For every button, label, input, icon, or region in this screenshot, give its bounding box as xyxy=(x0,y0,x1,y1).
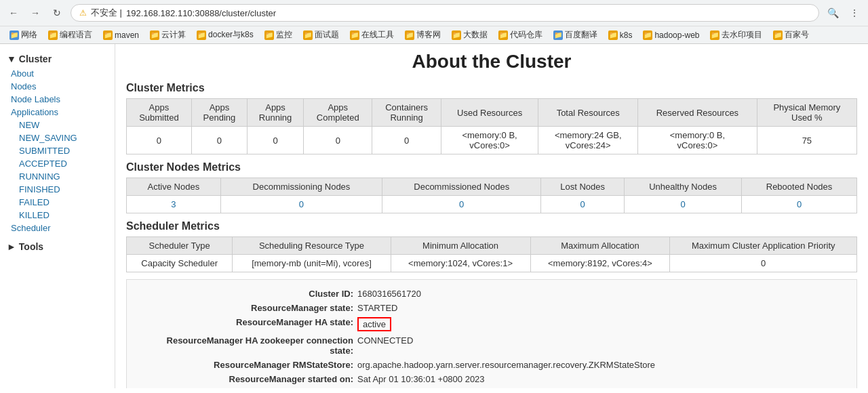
sidebar-app-submitted[interactable]: SUBMITTED xyxy=(0,144,115,157)
col-rebooted-nodes: Rebooted Nodes xyxy=(742,178,857,196)
tools-section-header[interactable]: ► Tools xyxy=(0,239,115,255)
apps-completed-value: 0 xyxy=(304,127,372,154)
bookmark-icon: 📁 xyxy=(608,30,618,40)
bookmark-icon: 📁 xyxy=(264,30,274,40)
rm-rmstate-row: ResourceManager RMStateStore: org.apache… xyxy=(140,358,843,372)
bookmark-item[interactable]: 📁编程语言 xyxy=(44,28,96,42)
sidebar-app-failed[interactable]: FAILED xyxy=(0,196,115,209)
total-resources-value: <memory:24 GB,vCores:24> xyxy=(538,127,638,154)
bookmark-item[interactable]: 📁大数据 xyxy=(448,28,492,42)
app-links-container: NEWNEW_SAVINGSUBMITTEDACCEPTEDRUNNINGFIN… xyxy=(0,119,115,222)
max-allocation-value: <memory:8192, vCores:4> xyxy=(530,255,670,272)
cluster-metrics-row: 0 0 0 0 0 <memory:0 B,vCores:0> <memory:… xyxy=(127,127,857,154)
page-title: About the Cluster xyxy=(126,51,857,73)
col-min-allocation: Minimum Allocation xyxy=(391,237,530,255)
rm-started-row: ResourceManager started on: Sat Apr 01 1… xyxy=(140,372,843,386)
col-active-nodes: Active Nodes xyxy=(127,178,221,196)
browser-toolbar: ← → ↻ ⚠ 不安全 | 192.168.182.110:30888/clus… xyxy=(0,0,868,26)
bookmark-item[interactable]: 📁网络 xyxy=(5,28,41,42)
cluster-id-row: Cluster ID: 1680316561720 xyxy=(140,287,843,301)
scheduler-metrics-table: Scheduler Type Scheduling Resource Type … xyxy=(126,236,857,272)
forward-button[interactable]: → xyxy=(27,5,43,21)
refresh-button[interactable]: ↻ xyxy=(49,5,65,21)
active-nodes-value[interactable]: 3 xyxy=(127,196,221,213)
sidebar: ▼ Cluster About Nodes Node Labels Applic… xyxy=(0,44,115,388)
bookmark-icon: 📁 xyxy=(405,30,414,40)
apps-submitted-value: 0 xyxy=(127,127,192,154)
sidebar-app-running[interactable]: RUNNING xyxy=(0,170,115,183)
url-prefix: 不安全 | xyxy=(91,7,122,19)
lost-nodes-value[interactable]: 0 xyxy=(541,196,625,213)
col-lost-nodes: Lost Nodes xyxy=(541,178,625,196)
bookmark-item[interactable]: 📁maven xyxy=(99,29,143,41)
col-physical-mem: Physical MemoryUsed % xyxy=(757,99,856,127)
col-used-resources: Used Resources xyxy=(441,99,538,127)
search-button[interactable]: 🔍 xyxy=(825,5,841,21)
col-apps-completed: AppsCompleted xyxy=(304,99,372,127)
rm-ha-state-label: ResourceManager HA state: xyxy=(140,317,357,327)
cluster-metrics-table: AppsSubmitted AppsPending AppsRunning Ap… xyxy=(126,98,857,154)
sidebar-app-accepted[interactable]: ACCEPTED xyxy=(0,157,115,170)
decommissioned-value[interactable]: 0 xyxy=(382,196,541,213)
sidebar-nodes[interactable]: Nodes xyxy=(0,80,115,93)
menu-button[interactable]: ⋮ xyxy=(846,5,863,21)
sidebar-app-new_saving[interactable]: NEW_SAVING xyxy=(0,131,115,144)
bookmark-label: hadoop-web xyxy=(654,30,699,40)
bookmark-item[interactable]: 📁面试题 xyxy=(299,28,343,42)
bookmark-label: 在线工具 xyxy=(361,29,394,41)
col-unhealthy-nodes: Unhealthy Nodes xyxy=(625,178,742,196)
sidebar-app-finished[interactable]: FINISHED xyxy=(0,183,115,196)
bookmark-label: 监控 xyxy=(276,29,292,41)
sidebar-about[interactable]: About xyxy=(0,67,115,80)
bookmark-item[interactable]: 📁在线工具 xyxy=(346,28,398,42)
back-button[interactable]: ← xyxy=(5,5,22,21)
bookmark-label: 大数据 xyxy=(463,29,488,41)
bookmark-label: 云计算 xyxy=(161,29,186,41)
bookmark-label: 去水印项目 xyxy=(722,29,762,41)
bookmark-icon: 📁 xyxy=(498,30,508,40)
apps-pending-value: 0 xyxy=(191,127,247,154)
tools-label: Tools xyxy=(19,241,43,252)
bookmark-label: 百度翻译 xyxy=(565,29,597,41)
sidebar-scheduler[interactable]: Scheduler xyxy=(0,222,115,234)
sidebar-app-new[interactable]: NEW xyxy=(0,119,115,131)
lock-icon: ⚠ xyxy=(79,8,87,18)
col-containers-running: ContainersRunning xyxy=(372,99,441,127)
bookmark-item[interactable]: 📁监控 xyxy=(260,28,296,42)
unhealthy-nodes-value[interactable]: 0 xyxy=(625,196,742,213)
tools-arrow: ► xyxy=(7,241,16,252)
cluster-metrics-title: Cluster Metrics xyxy=(126,82,857,94)
bookmark-item[interactable]: 📁百度翻译 xyxy=(549,28,601,42)
bookmark-item[interactable]: 📁hadoop-web xyxy=(639,29,703,41)
bookmark-item[interactable]: 📁k8s xyxy=(604,29,637,41)
cluster-section-header[interactable]: ▼ Cluster xyxy=(0,51,115,67)
decommissioning-value[interactable]: 0 xyxy=(220,196,382,213)
address-bar[interactable]: ⚠ 不安全 | 192.168.182.110:30888/cluster/cl… xyxy=(71,4,819,22)
bookmark-item[interactable]: 📁百家号 xyxy=(769,28,813,42)
cluster-arrow: ▼ xyxy=(7,54,16,64)
bookmark-item[interactable]: 📁docker与k8s xyxy=(193,28,258,42)
bookmark-item[interactable]: 📁去水印项目 xyxy=(706,28,766,42)
bookmark-icon: 📁 xyxy=(150,30,159,40)
col-max-allocation: Maximum Allocation xyxy=(530,237,670,255)
rm-rmstate-label: ResourceManager RMStateStore: xyxy=(140,360,357,370)
apps-running-value: 0 xyxy=(248,127,304,154)
bookmark-item[interactable]: 📁代码仓库 xyxy=(494,28,547,42)
bookmark-icon: 📁 xyxy=(197,30,206,40)
min-allocation-value: <memory:1024, vCores:1> xyxy=(391,255,530,272)
sidebar-applications[interactable]: Applications xyxy=(0,106,115,119)
bookmark-item[interactable]: 📁云计算 xyxy=(146,28,190,42)
col-apps-submitted: AppsSubmitted xyxy=(127,99,192,127)
col-scheduler-type: Scheduler Type xyxy=(127,237,233,255)
rm-started-label: ResourceManager started on: xyxy=(140,374,357,384)
scheduler-metrics-row: Capacity Scheduler [memory-mb (unit=Mi),… xyxy=(127,255,857,272)
cluster-info-section: Cluster ID: 1680316561720 ResourceManage… xyxy=(126,279,857,388)
bookmark-icon: 📁 xyxy=(553,30,563,40)
physical-mem-value: 75 xyxy=(757,127,856,154)
bookmark-item[interactable]: 📁博客网 xyxy=(401,28,445,42)
col-max-priority: Maximum Cluster Application Priority xyxy=(670,237,857,255)
bookmark-icon: 📁 xyxy=(452,30,461,40)
sidebar-node-labels[interactable]: Node Labels xyxy=(0,93,115,106)
sidebar-app-killed[interactable]: KILLED xyxy=(0,209,115,222)
rebooted-nodes-value[interactable]: 0 xyxy=(742,196,857,213)
